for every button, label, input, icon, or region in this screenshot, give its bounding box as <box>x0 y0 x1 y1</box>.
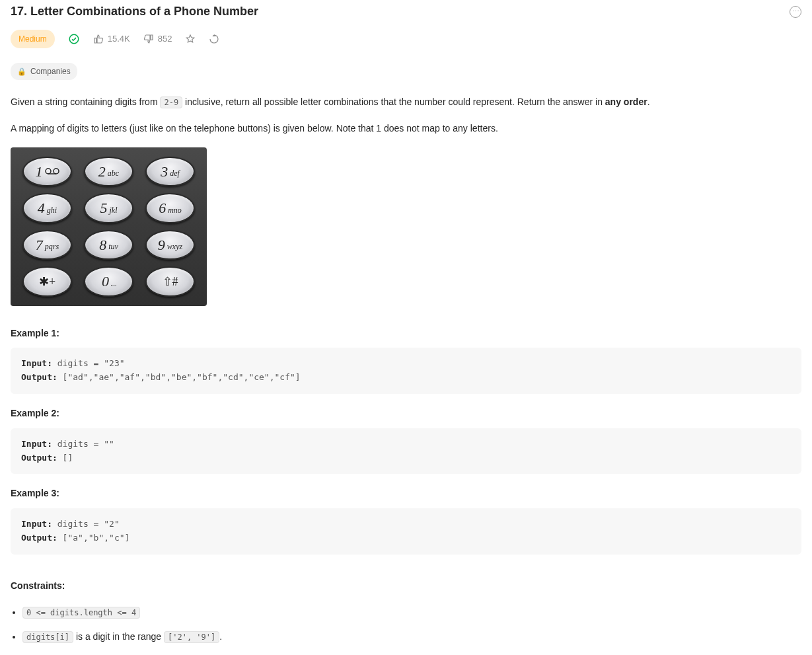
constraint-item: 0 <= digits.length <= 4 <box>22 605 801 621</box>
example-heading: Example 3: <box>11 486 801 502</box>
constraints-heading: Constraints: <box>11 578 801 594</box>
companies-label: Companies <box>30 65 71 77</box>
companies-tag[interactable]: 🔒 Companies <box>11 63 77 80</box>
example-heading: Example 1: <box>11 326 801 342</box>
meta-row: Medium 15.4K 852 <box>11 30 801 48</box>
svg-point-2 <box>54 169 59 174</box>
keypad-key: 4ghi <box>22 193 72 223</box>
svg-point-0 <box>69 34 79 44</box>
dislike-button[interactable]: 852 <box>143 32 172 46</box>
example-heading: Example 2: <box>11 406 801 422</box>
like-count: 15.4K <box>108 32 130 46</box>
lock-icon: 🔒 <box>17 66 26 77</box>
example-block: Input: digits = "2" Output: ["a","b","c"… <box>11 508 801 555</box>
more-options-icon[interactable] <box>790 6 801 18</box>
keypad-key: 7pqrs <box>22 230 72 260</box>
share-button[interactable] <box>209 34 219 44</box>
phone-keypad-image: 12abc3def4ghi5jkl6mno7pqrs8tuv9wxyz✱+0⎵⇧… <box>11 147 207 306</box>
problem-description: Given a string containing digits from 2-… <box>11 95 801 645</box>
keypad-key: 3def <box>145 157 195 187</box>
keypad-key: ✱+ <box>22 266 72 297</box>
constraint-item: digits[i] is a digit in the range ['2', … <box>22 629 801 645</box>
keypad-key: 1 <box>22 157 72 187</box>
difficulty-badge: Medium <box>11 30 55 48</box>
keypad-key: 0⎵ <box>84 266 133 297</box>
constraints-list: 0 <= digits.length <= 4digits[i] is a di… <box>11 605 801 646</box>
keypad-key: 8tuv <box>84 230 133 260</box>
example-block: Input: digits = "" Output: [] <box>11 428 801 475</box>
svg-point-1 <box>46 169 51 174</box>
like-button[interactable]: 15.4K <box>93 32 130 46</box>
inline-code: 2-9 <box>160 96 182 108</box>
keypad-key: 5jkl <box>84 193 133 223</box>
example-block: Input: digits = "23" Output: ["ad","ae",… <box>11 348 801 394</box>
solved-check-icon <box>68 33 80 45</box>
dislike-count: 852 <box>158 32 172 46</box>
keypad-key: ⇧# <box>145 266 195 297</box>
favorite-button[interactable] <box>185 34 196 44</box>
keypad-key: 2abc <box>84 157 133 187</box>
keypad-key: 6mno <box>145 193 195 223</box>
problem-title: 17. Letter Combinations of a Phone Numbe… <box>11 3 258 20</box>
keypad-key: 9wxyz <box>145 230 195 260</box>
